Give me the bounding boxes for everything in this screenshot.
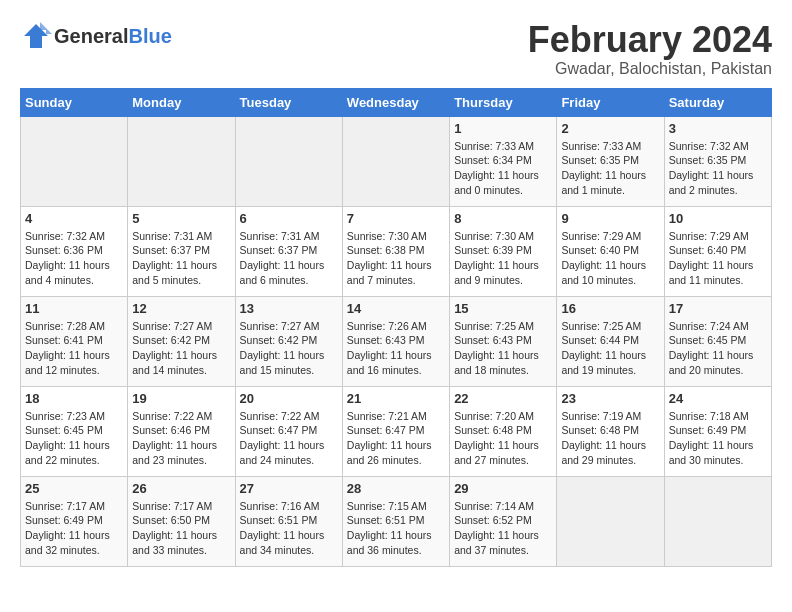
day-number: 23 (561, 391, 659, 406)
cell-info: Sunrise: 7:22 AMSunset: 6:47 PMDaylight:… (240, 409, 338, 468)
calendar-cell (128, 116, 235, 206)
day-number: 15 (454, 301, 552, 316)
cell-info: Sunrise: 7:29 AMSunset: 6:40 PMDaylight:… (561, 229, 659, 288)
calendar-week-row: 18Sunrise: 7:23 AMSunset: 6:45 PMDayligh… (21, 386, 772, 476)
day-number: 11 (25, 301, 123, 316)
page-subtitle: Gwadar, Balochistan, Pakistan (528, 60, 772, 78)
cell-info: Sunrise: 7:18 AMSunset: 6:49 PMDaylight:… (669, 409, 767, 468)
cell-info: Sunrise: 7:32 AMSunset: 6:36 PMDaylight:… (25, 229, 123, 288)
calendar-cell: 5Sunrise: 7:31 AMSunset: 6:37 PMDaylight… (128, 206, 235, 296)
cell-info: Sunrise: 7:27 AMSunset: 6:42 PMDaylight:… (240, 319, 338, 378)
day-number: 12 (132, 301, 230, 316)
cell-info: Sunrise: 7:17 AMSunset: 6:50 PMDaylight:… (132, 499, 230, 558)
calendar-cell: 15Sunrise: 7:25 AMSunset: 6:43 PMDayligh… (450, 296, 557, 386)
calendar-cell: 6Sunrise: 7:31 AMSunset: 6:37 PMDaylight… (235, 206, 342, 296)
logo: GeneralBlue (20, 20, 172, 52)
calendar-cell: 20Sunrise: 7:22 AMSunset: 6:47 PMDayligh… (235, 386, 342, 476)
calendar-cell: 22Sunrise: 7:20 AMSunset: 6:48 PMDayligh… (450, 386, 557, 476)
day-number: 21 (347, 391, 445, 406)
day-header-sunday: Sunday (21, 88, 128, 116)
cell-info: Sunrise: 7:29 AMSunset: 6:40 PMDaylight:… (669, 229, 767, 288)
cell-info: Sunrise: 7:30 AMSunset: 6:39 PMDaylight:… (454, 229, 552, 288)
calendar-cell (557, 476, 664, 566)
calendar-week-row: 11Sunrise: 7:28 AMSunset: 6:41 PMDayligh… (21, 296, 772, 386)
calendar-cell: 24Sunrise: 7:18 AMSunset: 6:49 PMDayligh… (664, 386, 771, 476)
logo-icon (20, 20, 52, 52)
cell-info: Sunrise: 7:20 AMSunset: 6:48 PMDaylight:… (454, 409, 552, 468)
day-header-friday: Friday (557, 88, 664, 116)
calendar-table: SundayMondayTuesdayWednesdayThursdayFrid… (20, 88, 772, 567)
cell-info: Sunrise: 7:33 AMSunset: 6:34 PMDaylight:… (454, 139, 552, 198)
calendar-cell: 21Sunrise: 7:21 AMSunset: 6:47 PMDayligh… (342, 386, 449, 476)
day-header-saturday: Saturday (664, 88, 771, 116)
day-number: 19 (132, 391, 230, 406)
calendar-cell (21, 116, 128, 206)
calendar-cell: 28Sunrise: 7:15 AMSunset: 6:51 PMDayligh… (342, 476, 449, 566)
cell-info: Sunrise: 7:23 AMSunset: 6:45 PMDaylight:… (25, 409, 123, 468)
day-header-monday: Monday (128, 88, 235, 116)
day-header-thursday: Thursday (450, 88, 557, 116)
calendar-cell: 4Sunrise: 7:32 AMSunset: 6:36 PMDaylight… (21, 206, 128, 296)
calendar-cell: 14Sunrise: 7:26 AMSunset: 6:43 PMDayligh… (342, 296, 449, 386)
day-number: 25 (25, 481, 123, 496)
day-number: 14 (347, 301, 445, 316)
calendar-cell: 8Sunrise: 7:30 AMSunset: 6:39 PMDaylight… (450, 206, 557, 296)
day-number: 8 (454, 211, 552, 226)
day-number: 20 (240, 391, 338, 406)
calendar-cell: 11Sunrise: 7:28 AMSunset: 6:41 PMDayligh… (21, 296, 128, 386)
calendar-cell: 2Sunrise: 7:33 AMSunset: 6:35 PMDaylight… (557, 116, 664, 206)
day-number: 29 (454, 481, 552, 496)
day-number: 17 (669, 301, 767, 316)
cell-info: Sunrise: 7:22 AMSunset: 6:46 PMDaylight:… (132, 409, 230, 468)
calendar-week-row: 25Sunrise: 7:17 AMSunset: 6:49 PMDayligh… (21, 476, 772, 566)
calendar-cell: 25Sunrise: 7:17 AMSunset: 6:49 PMDayligh… (21, 476, 128, 566)
logo-blue: Blue (128, 25, 171, 47)
day-number: 27 (240, 481, 338, 496)
cell-info: Sunrise: 7:32 AMSunset: 6:35 PMDaylight:… (669, 139, 767, 198)
cell-info: Sunrise: 7:27 AMSunset: 6:42 PMDaylight:… (132, 319, 230, 378)
cell-info: Sunrise: 7:26 AMSunset: 6:43 PMDaylight:… (347, 319, 445, 378)
calendar-cell: 17Sunrise: 7:24 AMSunset: 6:45 PMDayligh… (664, 296, 771, 386)
calendar-cell: 16Sunrise: 7:25 AMSunset: 6:44 PMDayligh… (557, 296, 664, 386)
calendar-week-row: 4Sunrise: 7:32 AMSunset: 6:36 PMDaylight… (21, 206, 772, 296)
cell-info: Sunrise: 7:21 AMSunset: 6:47 PMDaylight:… (347, 409, 445, 468)
logo-general: General (54, 25, 128, 47)
day-number: 9 (561, 211, 659, 226)
calendar-cell: 10Sunrise: 7:29 AMSunset: 6:40 PMDayligh… (664, 206, 771, 296)
calendar-cell: 29Sunrise: 7:14 AMSunset: 6:52 PMDayligh… (450, 476, 557, 566)
cell-info: Sunrise: 7:15 AMSunset: 6:51 PMDaylight:… (347, 499, 445, 558)
day-number: 10 (669, 211, 767, 226)
calendar-cell: 3Sunrise: 7:32 AMSunset: 6:35 PMDaylight… (664, 116, 771, 206)
day-number: 2 (561, 121, 659, 136)
day-number: 5 (132, 211, 230, 226)
cell-info: Sunrise: 7:30 AMSunset: 6:38 PMDaylight:… (347, 229, 445, 288)
day-number: 6 (240, 211, 338, 226)
cell-info: Sunrise: 7:25 AMSunset: 6:43 PMDaylight:… (454, 319, 552, 378)
cell-info: Sunrise: 7:25 AMSunset: 6:44 PMDaylight:… (561, 319, 659, 378)
calendar-cell: 13Sunrise: 7:27 AMSunset: 6:42 PMDayligh… (235, 296, 342, 386)
calendar-cell: 27Sunrise: 7:16 AMSunset: 6:51 PMDayligh… (235, 476, 342, 566)
day-number: 26 (132, 481, 230, 496)
calendar-cell (342, 116, 449, 206)
page-header: GeneralBlue February 2024 Gwadar, Baloch… (20, 20, 772, 78)
cell-info: Sunrise: 7:17 AMSunset: 6:49 PMDaylight:… (25, 499, 123, 558)
page-title: February 2024 (528, 20, 772, 60)
calendar-cell: 12Sunrise: 7:27 AMSunset: 6:42 PMDayligh… (128, 296, 235, 386)
day-number: 4 (25, 211, 123, 226)
cell-info: Sunrise: 7:31 AMSunset: 6:37 PMDaylight:… (132, 229, 230, 288)
calendar-cell: 18Sunrise: 7:23 AMSunset: 6:45 PMDayligh… (21, 386, 128, 476)
cell-info: Sunrise: 7:24 AMSunset: 6:45 PMDaylight:… (669, 319, 767, 378)
cell-info: Sunrise: 7:14 AMSunset: 6:52 PMDaylight:… (454, 499, 552, 558)
day-number: 22 (454, 391, 552, 406)
day-header-wednesday: Wednesday (342, 88, 449, 116)
cell-info: Sunrise: 7:16 AMSunset: 6:51 PMDaylight:… (240, 499, 338, 558)
day-number: 1 (454, 121, 552, 136)
day-number: 28 (347, 481, 445, 496)
calendar-cell: 19Sunrise: 7:22 AMSunset: 6:46 PMDayligh… (128, 386, 235, 476)
calendar-cell (235, 116, 342, 206)
calendar-cell (664, 476, 771, 566)
day-number: 13 (240, 301, 338, 316)
day-number: 18 (25, 391, 123, 406)
calendar-cell: 26Sunrise: 7:17 AMSunset: 6:50 PMDayligh… (128, 476, 235, 566)
calendar-header-row: SundayMondayTuesdayWednesdayThursdayFrid… (21, 88, 772, 116)
